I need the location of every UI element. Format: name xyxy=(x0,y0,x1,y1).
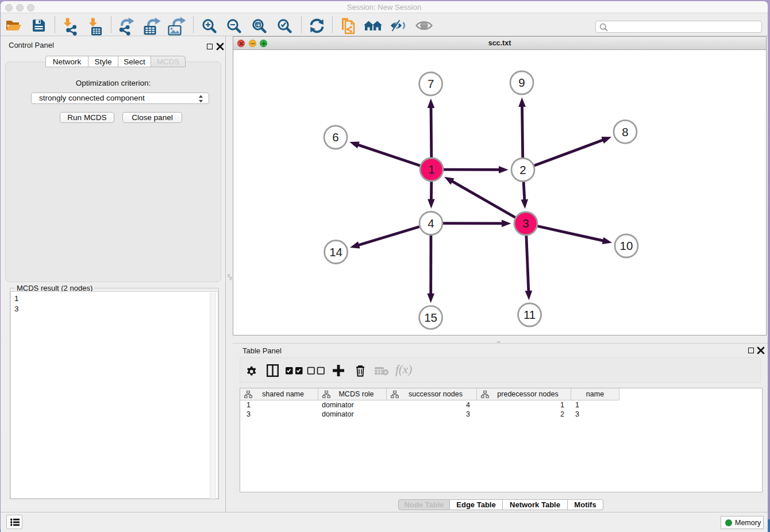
svg-text:8: 8 xyxy=(622,125,628,138)
svg-text:7: 7 xyxy=(428,77,434,90)
svg-text:10: 10 xyxy=(620,239,633,252)
svg-text:15: 15 xyxy=(424,311,437,324)
svg-text:3: 3 xyxy=(522,217,529,230)
svg-text:9: 9 xyxy=(518,76,525,89)
svg-text:6: 6 xyxy=(332,130,338,144)
svg-text:4: 4 xyxy=(428,217,434,230)
svg-text:1: 1 xyxy=(428,163,434,176)
svg-text:14: 14 xyxy=(329,245,342,259)
svg-text:11: 11 xyxy=(523,308,536,321)
svg-text:2: 2 xyxy=(519,163,526,176)
